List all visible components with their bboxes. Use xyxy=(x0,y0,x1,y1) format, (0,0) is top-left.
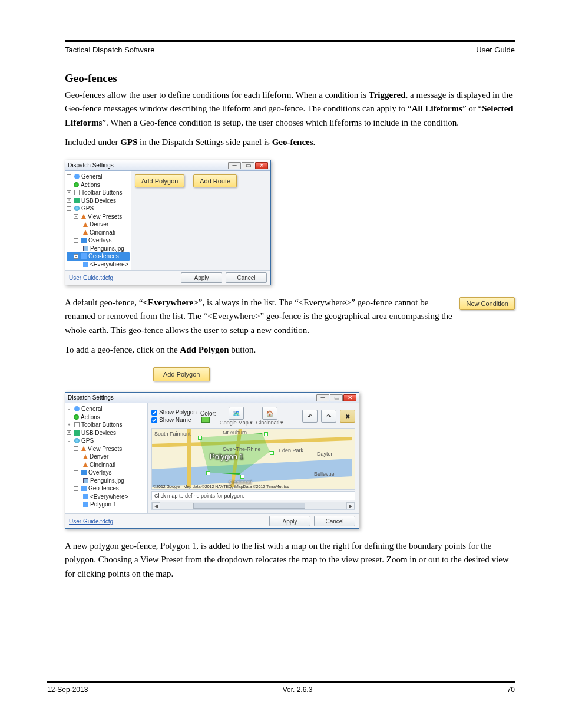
road-graphic xyxy=(187,429,191,487)
apply-button[interactable]: Apply xyxy=(181,272,222,283)
map-canvas[interactable]: Polygon 1 South Fairmont Mt Auburn Over-… xyxy=(151,428,355,490)
polygon-handle[interactable] xyxy=(240,475,244,479)
window-title: Dispatch Settings xyxy=(68,162,228,169)
para-2: Included under GPS in the Dispatch Setti… xyxy=(65,136,515,149)
show-name-checkbox[interactable]: Show Name xyxy=(151,417,197,423)
window-dispatch-settings-2: Dispatch Settings ─ ▭ ✕ -General Actions… xyxy=(65,392,359,529)
geofence-icon xyxy=(81,486,87,491)
para-3: New Condition A default geo-fence, “<Eve… xyxy=(65,296,515,337)
polygon-handle[interactable] xyxy=(264,432,268,436)
settings-tree[interactable]: -General Actions +Toolbar Buttons +USB D… xyxy=(65,403,148,513)
expand-icon[interactable]: - xyxy=(74,470,78,475)
minimize-button[interactable]: ─ xyxy=(228,162,241,169)
tree-cincinnati[interactable]: Cincinnati xyxy=(90,461,115,469)
map-attribution: ©2012 Google - Map data ©2012 NAVTEQ, iM… xyxy=(153,485,289,489)
maximize-button[interactable]: ▭ xyxy=(330,394,343,401)
expand-icon[interactable]: + xyxy=(67,190,71,195)
chevron-down-icon: ▾ xyxy=(280,420,283,426)
window-titlebar[interactable]: Dispatch Settings ─ ▭ ✕ xyxy=(65,160,270,171)
geofence-icon xyxy=(83,494,88,499)
expand-icon[interactable]: - xyxy=(74,486,78,491)
redo-button[interactable]: ↷ xyxy=(321,410,336,423)
tree-gps[interactable]: GPS xyxy=(81,205,94,213)
scroll-thumb[interactable] xyxy=(193,503,305,509)
tree-toolbar[interactable]: Toolbar Buttons xyxy=(81,189,123,197)
map-place-label: Bellevue xyxy=(314,471,335,477)
scroll-left-button[interactable]: ◀ xyxy=(152,502,160,509)
expand-icon[interactable]: - xyxy=(74,254,78,259)
overlays-icon xyxy=(81,238,87,243)
figure-dispatch-settings-geofences: Dispatch Settings ─ ▭ ✕ -General Actions… xyxy=(65,160,515,285)
expand-icon[interactable]: - xyxy=(67,174,71,179)
general-icon xyxy=(74,174,80,179)
window-titlebar[interactable]: Dispatch Settings ─ ▭ ✕ xyxy=(65,393,359,403)
map-provider-icon: 🗺️ xyxy=(229,407,244,420)
tree-overlays[interactable]: Overlays xyxy=(88,236,111,245)
map-place-label: Mt Auburn xyxy=(223,430,247,436)
tree-everywhere[interactable]: <Everywhere> xyxy=(90,261,128,269)
tree-cincinnati[interactable]: Cincinnati xyxy=(90,229,115,237)
tree-usb[interactable]: USB Devices xyxy=(81,429,116,437)
tree-gps[interactable]: GPS xyxy=(81,437,94,445)
horizontal-scrollbar[interactable]: ◀ ▶ xyxy=(151,502,355,510)
expand-icon[interactable]: - xyxy=(74,214,78,219)
tree-penguins[interactable]: Penguins.jpg xyxy=(90,245,124,253)
tree-viewpresets[interactable]: View Presets xyxy=(88,213,122,221)
tree-geofences[interactable]: Geo-fences xyxy=(88,485,119,493)
view-preset-dropdown[interactable]: 🏠 Cincinnati▾ xyxy=(256,407,284,426)
tree-polygon1[interactable]: Polygon 1 xyxy=(90,500,116,509)
config-file-link[interactable]: User Guide.tdcfg xyxy=(69,275,177,281)
tree-penguins[interactable]: Penguins.jpg xyxy=(90,477,124,485)
clear-polygon-button[interactable]: ✖ xyxy=(340,410,355,423)
header-right: User Guide xyxy=(476,45,515,54)
add-polygon-button[interactable]: Add Polygon xyxy=(135,174,184,187)
tree-general[interactable]: General xyxy=(81,405,103,413)
footer-rule xyxy=(47,681,515,683)
header-rule xyxy=(65,40,515,42)
tree-denver[interactable]: Denver xyxy=(90,453,108,461)
tree-viewpresets[interactable]: View Presets xyxy=(88,445,122,453)
tree-toolbar[interactable]: Toolbar Buttons xyxy=(81,421,123,429)
tree-everywhere[interactable]: <Everywhere> xyxy=(90,493,128,501)
close-button[interactable]: ✕ xyxy=(255,162,268,169)
tree-usb[interactable]: USB Devices xyxy=(81,197,116,205)
close-button[interactable]: ✕ xyxy=(343,394,356,401)
toolbar-icon xyxy=(74,190,80,195)
cancel-button[interactable]: Cancel xyxy=(226,272,267,283)
actions-icon xyxy=(74,182,79,187)
expand-icon[interactable]: - xyxy=(74,446,78,451)
tree-actions[interactable]: Actions xyxy=(81,413,100,421)
config-file-link[interactable]: User Guide.tdcfg xyxy=(69,518,266,525)
add-route-button[interactable]: Add Route xyxy=(193,174,237,187)
tree-denver[interactable]: Denver xyxy=(90,220,108,229)
add-polygon-button-inline[interactable]: Add Polygon xyxy=(153,367,210,381)
cancel-button[interactable]: Cancel xyxy=(314,516,355,526)
expand-icon[interactable]: + xyxy=(67,423,71,427)
maximize-button[interactable]: ▭ xyxy=(242,162,254,169)
expand-icon[interactable]: + xyxy=(67,430,71,435)
expand-icon[interactable]: - xyxy=(67,407,71,411)
tree-general[interactable]: General xyxy=(81,173,103,181)
minimize-button[interactable]: ─ xyxy=(316,394,329,401)
color-swatch[interactable] xyxy=(201,417,210,423)
tree-overlays[interactable]: Overlays xyxy=(88,469,111,477)
para-4: To add a geo-fence, click on the Add Pol… xyxy=(65,343,515,357)
tree-actions[interactable]: Actions xyxy=(81,181,100,189)
settings-tree[interactable]: -General Actions +Toolbar Buttons +USB D… xyxy=(65,171,131,270)
polygon-handle[interactable] xyxy=(198,436,202,440)
scroll-right-button[interactable]: ▶ xyxy=(346,502,355,509)
expand-icon[interactable]: - xyxy=(74,238,78,243)
show-polygon-checkbox[interactable]: Show Polygon xyxy=(151,409,197,416)
new-condition-button[interactable]: New Condition xyxy=(459,297,515,310)
tree-geofences[interactable]: Geo-fences xyxy=(88,252,119,261)
expand-icon[interactable]: - xyxy=(67,439,71,443)
map-provider-dropdown[interactable]: 🗺️ Google Map▾ xyxy=(220,407,253,426)
page-header: Tactical Dispatch Software User Guide xyxy=(65,45,515,54)
polygon-handle[interactable] xyxy=(270,451,274,455)
expand-icon[interactable]: - xyxy=(67,206,71,211)
expand-icon[interactable]: + xyxy=(67,198,71,203)
polygon-handle[interactable] xyxy=(206,471,210,475)
chevron-down-icon: ▾ xyxy=(250,420,253,426)
undo-button[interactable]: ↶ xyxy=(302,410,318,423)
apply-button[interactable]: Apply xyxy=(269,516,310,526)
